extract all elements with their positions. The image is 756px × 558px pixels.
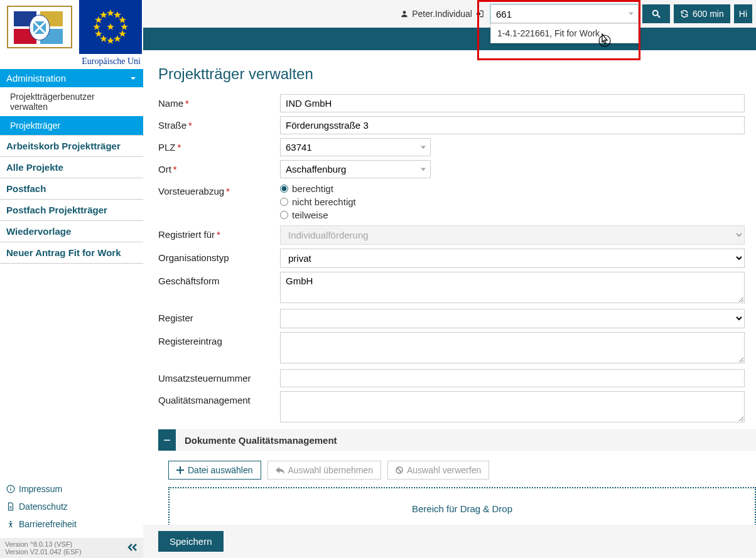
nav-arbeitskorb[interactable]: Arbeitskorb Projektträger: [0, 135, 143, 157]
svg-point-14: [10, 521, 11, 522]
nav-postfach[interactable]: Postfach: [0, 178, 143, 200]
timer-label: 600 min: [693, 9, 724, 19]
radio-nicht-berechtigt[interactable]: nicht berechtigt: [280, 195, 620, 208]
save-bar: Speichern: [143, 525, 756, 558]
share-icon: [276, 466, 284, 474]
save-button[interactable]: Speichern: [158, 531, 224, 552]
sidebar-subitem-users[interactable]: Projektträgerbenutzer verwalten: [0, 87, 143, 116]
ban-icon: [396, 466, 403, 474]
label-ort: Ort: [158, 164, 171, 174]
chevron-down-icon: [129, 75, 137, 82]
radio-berechtigt[interactable]: berechtigt: [280, 182, 620, 195]
apply-selection-button: Auswahl übernehmen: [267, 461, 381, 480]
session-timer-button[interactable]: 600 min: [674, 4, 730, 23]
svg-line-2: [657, 15, 660, 18]
select-register[interactable]: [280, 309, 745, 328]
svg-line-18: [397, 468, 401, 473]
sidebar: Administration Projektträgerbenutzer ver…: [0, 69, 143, 558]
section-qm-docs: − Dokumente Qualitätsmanagement: [158, 429, 756, 451]
section-collapse-button[interactable]: −: [158, 429, 176, 451]
accessibility-icon: [6, 520, 15, 528]
nav-wiedervorlage[interactable]: Wiedervorlage: [0, 221, 143, 242]
textarea-registereintrag[interactable]: [280, 332, 745, 363]
label-plz: PLZ: [158, 142, 176, 153]
search-dropdown: 1-4.1-221661, Fit for Work: [490, 23, 639, 43]
bayern-logo: [0, 0, 79, 54]
input-strasse[interactable]: [280, 116, 745, 134]
content-area: Projektträger verwalten Name* Straße* PL…: [143, 50, 756, 558]
search-dropdown-item[interactable]: 1-4.1-221661, Fit for Work: [491, 24, 638, 43]
search-wrapper: 1-4.1-221661, Fit for Work: [490, 4, 639, 23]
version-b: Version V2.01.042 (ESF): [5, 548, 82, 555]
svg-marker-10: [107, 23, 114, 30]
user-name: Peter.Individual: [412, 9, 472, 19]
discard-selection-button: Auswahl verwerfen: [387, 461, 489, 480]
select-orgtyp[interactable]: privat: [280, 249, 745, 268]
radio-teilweise[interactable]: teilweise: [280, 208, 620, 222]
svg-point-1: [653, 11, 658, 16]
svg-point-0: [403, 11, 406, 14]
footer-links: Impressum Datenschutz Barrierefreiheit: [0, 480, 143, 533]
nav-alle-projekte[interactable]: Alle Projekte: [0, 157, 143, 178]
chevrons-left-icon: [127, 543, 138, 552]
chevron-down-icon: [629, 13, 634, 16]
input-ust[interactable]: [280, 369, 745, 387]
svg-rect-13: [10, 487, 11, 488]
choose-file-button[interactable]: Datei auswählen: [168, 461, 261, 480]
svg-rect-12: [10, 488, 11, 491]
label-registereintrag: Registereintrag: [158, 332, 280, 346]
sidebar-subitem-projekttraeger[interactable]: Projektträger: [0, 116, 143, 135]
logout-icon[interactable]: [475, 9, 484, 18]
version-box: Version ^8.0.13 (VSF) Version V2.01.042 …: [0, 538, 143, 558]
nav-neuer-antrag[interactable]: Neuer Antrag Fit for Work: [0, 242, 143, 264]
eu-caption: Europäische Uni: [0, 54, 143, 69]
sidebar-collapse-button[interactable]: [127, 542, 138, 555]
label-geschaeftsform: Geschäftsform: [158, 272, 280, 286]
section-title: Dokumente Qualitätsmanagement: [176, 435, 337, 446]
input-ort[interactable]: [280, 160, 431, 178]
sidebar-admin-header[interactable]: Administration: [0, 69, 143, 87]
label-ust: Umsatzsteuernummer: [158, 369, 280, 384]
logo-area: Europäische Uni: [0, 0, 143, 69]
label-registriert: Registriert für: [158, 229, 215, 240]
plus-icon: [176, 466, 184, 474]
user-icon: [400, 9, 409, 18]
info-icon: [6, 485, 15, 493]
input-plz[interactable]: [280, 138, 431, 156]
version-a: Version ^8.0.13 (VSF): [5, 540, 82, 548]
search-button[interactable]: [642, 4, 670, 23]
page-title: Projektträger verwalten: [158, 65, 756, 83]
nav-postfach-pt[interactable]: Postfach Projektträger: [0, 200, 143, 221]
eu-logo: [79, 0, 142, 54]
footer-barrierefreiheit[interactable]: Barrierefreiheit: [0, 515, 143, 533]
search-icon: [651, 9, 661, 19]
dropzone[interactable]: Bereich für Drag & Drop: [168, 487, 756, 530]
refresh-icon: [680, 9, 689, 18]
textarea-geschaeftsform[interactable]: GmbH: [280, 272, 745, 303]
footer-impressum[interactable]: Impressum: [0, 480, 143, 498]
label-vorsteuer: Vorsteuerabzug: [158, 186, 224, 196]
label-orgtyp: Organisationstyp: [158, 249, 280, 263]
footer-datenschutz[interactable]: Datenschutz: [0, 498, 143, 515]
textarea-qm[interactable]: [280, 391, 745, 422]
input-name[interactable]: [280, 94, 745, 112]
label-qm: Qualitätsmanagement: [158, 391, 280, 405]
label-strasse: Straße: [158, 120, 186, 131]
label-register: Register: [158, 309, 280, 323]
document-icon: [6, 502, 15, 511]
select-registriert: Individualförderung: [280, 225, 745, 245]
user-chip[interactable]: Peter.Individual: [400, 9, 484, 19]
svg-rect-16: [176, 469, 184, 471]
help-button[interactable]: Hi: [734, 4, 752, 23]
search-input[interactable]: [490, 4, 639, 23]
label-name: Name: [158, 98, 183, 109]
